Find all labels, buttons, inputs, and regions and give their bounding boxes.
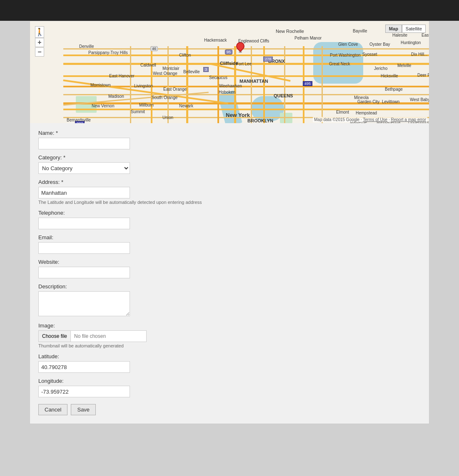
file-input-container[interactable]: Choose file No file chosen bbox=[38, 330, 147, 342]
map-label-bayville: Bayville bbox=[353, 29, 367, 33]
page-wrapper: New Rochelle Bayville Halesite East Nor.… bbox=[0, 0, 459, 476]
address-group: Address: * The Latitude and Longitude wi… bbox=[38, 179, 421, 205]
latitude-label: Latitude: bbox=[38, 353, 421, 359]
map-label-belleville: Belleville bbox=[183, 69, 200, 74]
form-area: Name: * Category: * No Category Restaura… bbox=[30, 123, 429, 424]
cancel-button[interactable]: Cancel bbox=[38, 404, 67, 415]
save-button[interactable]: Save bbox=[71, 404, 96, 415]
file-chosen-text: No file chosen bbox=[71, 333, 109, 339]
map-label-jericho: Jericho bbox=[374, 66, 387, 71]
thumbnail-hint: Thumbnail will be automatically generate… bbox=[38, 343, 421, 348]
map-label-hempstead: Hempstead bbox=[356, 111, 377, 115]
map-label-new-rochelle: New Rochelle bbox=[276, 29, 304, 34]
map-data-text: Map data ©2015 Google bbox=[314, 117, 359, 122]
zoom-out-button[interactable]: − bbox=[35, 47, 44, 57]
map-label-montclair: Montclair bbox=[162, 66, 180, 71]
report-link[interactable]: Report a map error bbox=[391, 117, 426, 122]
road-h10 bbox=[63, 55, 429, 56]
map-label-east-nor: East Nor... bbox=[422, 33, 429, 37]
map-label-halesite: Halesite bbox=[392, 33, 407, 37]
content-area: New Rochelle Bayville Halesite East Nor.… bbox=[30, 21, 429, 424]
latitude-input[interactable] bbox=[38, 361, 130, 373]
category-group: Category: * No Category Restaurant Hotel… bbox=[38, 154, 421, 174]
email-input[interactable] bbox=[38, 242, 130, 254]
choose-file-button[interactable]: Choose file bbox=[39, 331, 71, 342]
telephone-input[interactable] bbox=[38, 218, 130, 229]
action-buttons: Cancel Save bbox=[38, 404, 421, 415]
telephone-label: Telephone: bbox=[38, 210, 421, 216]
street-view-button[interactable]: 🚶 bbox=[35, 26, 44, 38]
map-label-huntington: Huntington bbox=[401, 40, 421, 45]
map-label-east-orange: East Orange bbox=[163, 87, 187, 92]
zoom-in-button[interactable]: + bbox=[35, 38, 44, 47]
map-label-west-babylon: West Babylo... bbox=[410, 97, 429, 102]
longitude-input[interactable] bbox=[38, 386, 130, 397]
map-type-buttons: Map Satellite bbox=[385, 25, 426, 33]
description-label: Description: bbox=[38, 283, 421, 290]
address-input[interactable] bbox=[38, 187, 130, 198]
top-bar bbox=[0, 0, 459, 21]
map-label-elmont: Elmont bbox=[336, 110, 349, 114]
longitude-group: Longitude: bbox=[38, 378, 421, 397]
longitude-label: Longitude: bbox=[38, 378, 421, 384]
road-v8 bbox=[322, 46, 323, 123]
email-label: Email: bbox=[38, 234, 421, 240]
latitude-group: Latitude: bbox=[38, 353, 421, 373]
map-label-hackensack: Hackensack bbox=[204, 38, 227, 42]
map-attribution: Map data ©2015 Google · Terms of Use · R… bbox=[313, 117, 427, 122]
website-input[interactable] bbox=[38, 267, 130, 278]
person-icon: 🚶 bbox=[35, 27, 44, 37]
address-label: Address: * bbox=[38, 179, 421, 185]
map-label-pelham: Pelham Manor bbox=[294, 36, 322, 40]
address-hint: The Latitude and Longitude will be autom… bbox=[38, 200, 421, 205]
map-label-bethpage: Bethpage bbox=[385, 87, 403, 92]
road-h1 bbox=[63, 63, 429, 65]
map-type-map-btn[interactable]: Map bbox=[385, 25, 402, 33]
image-label: Image: bbox=[38, 322, 421, 329]
description-group: Description: bbox=[38, 283, 421, 317]
description-textarea[interactable] bbox=[38, 291, 130, 316]
category-label: Category: * bbox=[38, 154, 421, 161]
road-h9 bbox=[63, 48, 429, 50]
telephone-group: Telephone: bbox=[38, 210, 421, 229]
shield-95-top: 95 bbox=[225, 50, 232, 55]
terms-link[interactable]: Terms of Use bbox=[363, 117, 387, 122]
road-v7 bbox=[303, 46, 304, 123]
website-label: Website: bbox=[38, 259, 421, 265]
image-group: Image: Choose file No file chosen Thumbn… bbox=[38, 322, 421, 348]
map-zoom-controls: + − bbox=[35, 38, 44, 57]
name-group: Name: * bbox=[38, 130, 421, 149]
email-group: Email: bbox=[38, 234, 421, 254]
pin-head bbox=[234, 40, 246, 52]
map-label-oyster-bay: Oyster Bay bbox=[369, 42, 390, 47]
category-select[interactable]: No Category Restaurant Hotel Attraction … bbox=[38, 162, 130, 174]
map-pin bbox=[236, 42, 244, 54]
map-type-satellite-btn[interactable]: Satellite bbox=[402, 25, 426, 33]
name-input[interactable] bbox=[38, 138, 130, 149]
name-label: Name: * bbox=[38, 130, 421, 136]
map-container[interactable]: New Rochelle Bayville Halesite East Nor.… bbox=[30, 21, 429, 123]
map-bg: New Rochelle Bayville Halesite East Nor.… bbox=[30, 21, 429, 123]
website-group: Website: bbox=[38, 259, 421, 278]
map-label-mineola: Mineola bbox=[354, 95, 369, 100]
